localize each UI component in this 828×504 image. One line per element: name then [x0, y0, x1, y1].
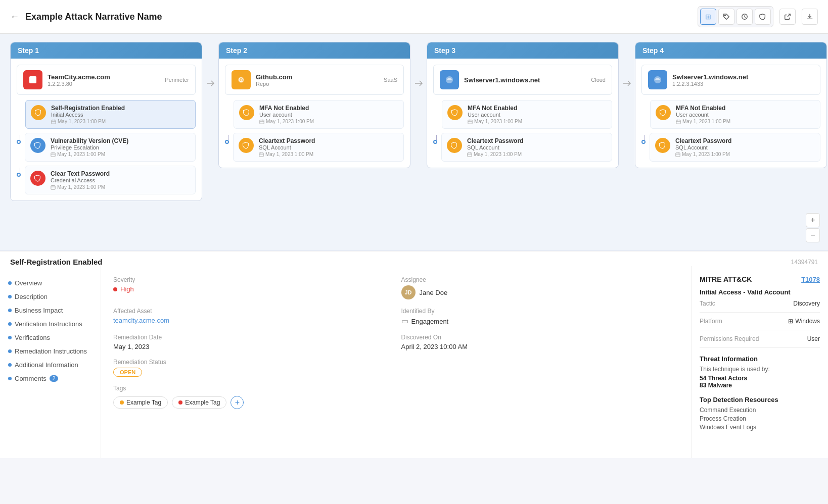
mitre-link[interactable]: T1078	[801, 276, 820, 283]
nav-item-overview[interactable]: Overview	[8, 276, 93, 290]
download-button[interactable]	[802, 9, 818, 25]
svg-rect-10	[468, 153, 472, 157]
zoom-out-button[interactable]: −	[806, 228, 820, 242]
affected-asset-value[interactable]: teamcity.acme.com	[113, 317, 169, 324]
back-button[interactable]: ←	[10, 12, 19, 22]
asset-card-2[interactable]: Github.com Repo SaaS	[225, 65, 404, 95]
finding-sub-1-2: Privilege Escalation	[51, 144, 128, 150]
assignee-row: JD Jane Doe	[401, 285, 679, 299]
finding-icon-1-3	[30, 171, 45, 186]
step-header-2: Step 2	[219, 42, 410, 59]
finding-date-2-1: May 1, 2023 1:00 PM	[259, 119, 314, 124]
top-detection-title: Top Detection Resources	[700, 396, 820, 404]
assignee-label: Assignee	[401, 276, 679, 283]
svg-rect-12	[676, 153, 680, 157]
svg-rect-5	[51, 185, 55, 189]
finding-item-4-2[interactable]: Cleartext Password SQL Account May 1, 20…	[650, 133, 820, 162]
detection-item: Windows Event Logs	[700, 424, 820, 431]
finding-item-1-3[interactable]: Clear Text Password Credential Access Ma…	[25, 166, 196, 194]
threat-text: This technique is used by:	[700, 366, 820, 373]
finding-title-3-1: MFA Not Enabled	[468, 105, 522, 112]
toolbar-grid-btn[interactable]: ⊞	[700, 9, 716, 25]
asset-name-3: Swlserver1.windows.net	[464, 76, 540, 84]
finding-item-2-2[interactable]: Cleartext Password SQL Account May 1, 20…	[233, 133, 404, 162]
finding-item-3-1[interactable]: MFA Not Enabled User account May 1, 2023…	[442, 100, 612, 129]
asset-card-3[interactable]: Swlserver1.windows.net Cloud	[433, 65, 612, 95]
finding-title-4-2: Cleartext Password	[675, 137, 731, 144]
finding-title-1-2: Vulnerability Version (CVE)	[51, 137, 128, 144]
svg-rect-9	[468, 120, 472, 124]
threat-actors: 54 Threat Actors	[700, 375, 820, 382]
asset-name-2: Github.com	[256, 73, 292, 81]
remediation-date-label: Remediation Date	[113, 334, 391, 341]
finding-item-2-1[interactable]: MFA Not Enabled User account May 1, 2023…	[234, 100, 404, 129]
finding-item-3-2[interactable]: Cleartext Password SQL Account May 1, 20…	[441, 133, 612, 162]
remediation-status-label: Remediation Status	[113, 359, 391, 366]
finding-icon-2-2	[239, 138, 254, 153]
nav-item-verification-instructions[interactable]: Verification Instructions	[8, 317, 93, 331]
finding-title-4-1: MFA Not Enabled	[676, 105, 730, 112]
mitre-panel: MITRE ATT&CK T1078 Initial Access - Vali…	[692, 266, 828, 458]
step-column-3: Step 3 Swlserver1.windows.net Cloud	[427, 42, 619, 168]
zoom-in-button[interactable]: +	[806, 213, 820, 227]
finding-title-3-2: Cleartext Password	[467, 137, 523, 144]
zoom-controls: + −	[806, 213, 820, 242]
finding-icon-2-1	[239, 105, 254, 120]
finding-sub-1-1: Initial Access	[51, 112, 125, 118]
mitre-tactic-row: Tactic Discovery	[700, 300, 820, 313]
asset-icon-2	[232, 70, 251, 89]
nav-item-business-impact[interactable]: Business Impact	[8, 304, 93, 317]
step-header-4: Step 4	[635, 42, 826, 59]
mitre-permissions-row: Permissions Required User	[700, 335, 820, 348]
main-content: Severity High Assignee JD Jane Doe Af	[101, 266, 692, 458]
severity-label: Severity	[113, 276, 391, 283]
avatar: JD	[401, 285, 416, 299]
discovered-on-label: Discovered On	[401, 334, 679, 341]
asset-name-4: Swlserver1.windows.net	[672, 73, 748, 81]
add-tag-button[interactable]: +	[231, 396, 244, 409]
toolbar-clock-btn[interactable]	[737, 9, 753, 25]
finding-sub-2-2: SQL Account	[259, 144, 315, 150]
step-header-3: Step 3	[427, 42, 618, 59]
detection-item: Process Creation	[700, 415, 820, 422]
step-column-4: Step 4 Swlserver1.windows.net 1.2.2.3.14…	[635, 42, 827, 168]
finding-icon-1-1	[31, 105, 46, 120]
finding-date-4-2: May 1, 2023 1:00 PM	[675, 152, 731, 157]
finding-item-1-2[interactable]: Vulnerability Version (CVE) Privilege Es…	[25, 133, 196, 162]
finding-date-2-2: May 1, 2023 1:00 PM	[259, 152, 315, 157]
tag-chip[interactable]: Example Tag	[172, 396, 226, 409]
svg-rect-8	[259, 153, 263, 157]
svg-point-0	[725, 15, 726, 16]
nav-item-comments[interactable]: Comments 2	[8, 372, 93, 385]
finding-list-3: MFA Not Enabled User account May 1, 2023…	[433, 100, 612, 162]
finding-icon-1-2	[30, 138, 45, 153]
export-button[interactable]	[779, 9, 796, 25]
connector-1	[202, 77, 218, 89]
step-column-1: Step 1 TeamCity.acme.com 1.2.2.3.80 Peri…	[10, 42, 202, 201]
malware-count: 83 Malware	[700, 382, 820, 389]
mitre-technique-title: Initial Access - Valid Account	[700, 288, 820, 296]
nav-item-remediation-instructions[interactable]: Remediation Instructions	[8, 344, 93, 358]
finding-item-4-1[interactable]: MFA Not Enabled User account May 1, 2023…	[650, 100, 820, 129]
finding-title-2-1: MFA Not Enabled	[259, 105, 314, 112]
asset-card-1[interactable]: TeamCity.acme.com 1.2.2.3.80 Perimeter	[17, 65, 196, 95]
assignee-value: Jane Doe	[420, 289, 448, 296]
toolbar-shield-btn[interactable]	[755, 9, 771, 25]
toolbar-tag-btn[interactable]	[718, 9, 734, 25]
nav-item-additional-information[interactable]: Additional Information	[8, 358, 93, 372]
svg-rect-7	[260, 120, 264, 124]
tag-chip[interactable]: Example Tag	[113, 396, 168, 409]
steps-scroll: Step 1 TeamCity.acme.com 1.2.2.3.80 Peri…	[0, 34, 828, 209]
severity-value: High	[120, 285, 134, 293]
tags-section: Tags Example TagExample Tag+	[113, 385, 679, 409]
finding-sub-3-2: SQL Account	[467, 144, 523, 150]
finding-item-1-1[interactable]: Self-Registration Enabled Initial Access…	[25, 100, 196, 129]
connector-3	[619, 77, 635, 89]
finding-list-2: MFA Not Enabled User account May 1, 2023…	[225, 100, 404, 162]
finding-sub-3-1: User account	[468, 112, 522, 118]
detection-item: Command Execution	[700, 407, 820, 414]
nav-item-description[interactable]: Description	[8, 290, 93, 304]
identified-by-label: Identified By	[401, 308, 679, 315]
nav-item-verifications[interactable]: Verifications	[8, 331, 93, 344]
asset-card-4[interactable]: Swlserver1.windows.net 1.2.2.3.1433	[641, 65, 820, 95]
